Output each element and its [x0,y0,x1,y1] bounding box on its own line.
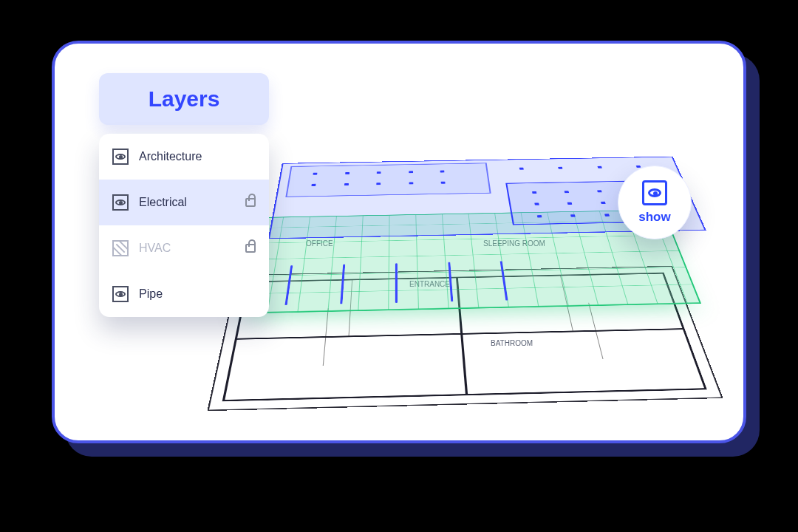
feature-card: OFFICE SLEEPING ROOM ENTRANCE BATHROOM L… [52,41,746,443]
eye-off-icon[interactable] [112,240,129,256]
room-label-bathroom: BATHROOM [491,339,533,347]
layer-label: Pipe [139,287,163,301]
layer-label: HVAC [139,242,171,255]
eye-icon [642,180,667,205]
layer-row-electrical[interactable]: Electrical [99,180,269,225]
layer-label: Architecture [139,150,202,163]
layers-panel-header: Layers [99,73,269,125]
show-label: show [638,210,670,225]
layer-row-architecture[interactable]: Architecture [99,134,269,180]
show-toggle-badge[interactable]: show [618,166,692,239]
layer-row-pipe[interactable]: Pipe [99,271,269,317]
lock-icon[interactable] [245,244,256,253]
layers-panel-list: Architecture Electrical HVAC Pipe [99,134,269,317]
layers-panel-title: Layers [149,86,220,112]
layer-row-hvac[interactable]: HVAC [99,225,269,271]
eye-icon[interactable] [112,286,129,302]
eye-icon[interactable] [112,194,129,211]
eye-icon[interactable] [112,149,129,165]
lock-icon[interactable] [245,198,256,207]
layer-label: Electrical [139,196,187,209]
